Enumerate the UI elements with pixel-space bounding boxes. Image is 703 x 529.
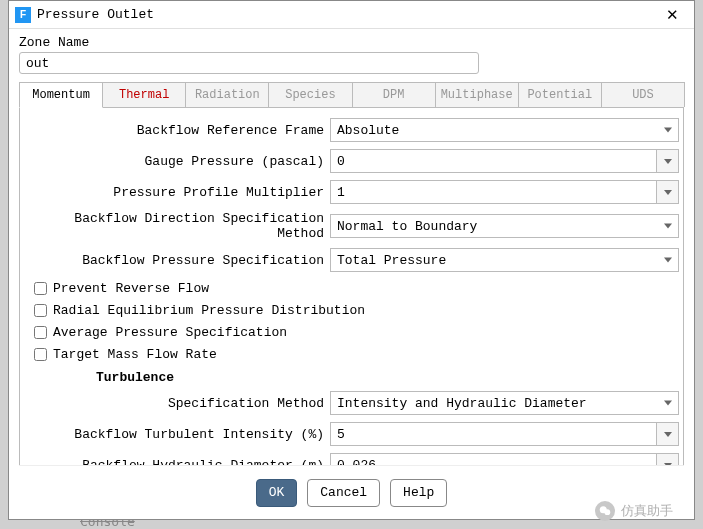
turb-spec-method-select[interactable]: Intensity and Hydraulic Diameter <box>330 391 679 415</box>
prevent-reverse-flow-checkbox[interactable] <box>34 282 47 295</box>
tabs: Momentum Thermal Radiation Species DPM M… <box>19 82 684 108</box>
target-mass-flow-checkbox[interactable] <box>34 348 47 361</box>
wechat-icon <box>595 501 615 521</box>
tab-uds[interactable]: UDS <box>601 82 685 107</box>
hydraulic-diameter-options-button[interactable] <box>657 453 679 465</box>
backflow-ref-frame-label: Backflow Reference Frame <box>24 123 330 138</box>
chevron-down-icon <box>664 128 672 133</box>
direction-spec-label: Backflow Direction Specification Method <box>24 211 330 241</box>
tab-species[interactable]: Species <box>268 82 352 107</box>
watermark: 仿真助手 <box>595 501 673 521</box>
average-pressure-label: Average Pressure Specification <box>53 325 287 340</box>
close-button[interactable]: ✕ <box>656 4 688 26</box>
chevron-down-icon <box>664 190 672 195</box>
turb-spec-method-label: Specification Method <box>24 396 330 411</box>
titlebar: F Pressure Outlet ✕ <box>9 1 694 29</box>
hydraulic-diameter-label: Backflow Hydraulic Diameter (m) <box>24 458 330 466</box>
app-icon: F <box>15 7 31 23</box>
help-button[interactable]: Help <box>390 479 447 507</box>
hydraulic-diameter-input[interactable] <box>330 453 657 465</box>
direction-spec-select[interactable]: Normal to Boundary <box>330 214 679 238</box>
chevron-down-icon <box>664 258 672 263</box>
momentum-panel: Backflow Reference Frame Absolute Gauge … <box>19 108 684 465</box>
gauge-pressure-options-button[interactable] <box>657 149 679 173</box>
tab-potential[interactable]: Potential <box>518 82 602 107</box>
prevent-reverse-flow-label: Prevent Reverse Flow <box>53 281 209 296</box>
turb-intensity-input[interactable] <box>330 422 657 446</box>
chevron-down-icon <box>664 401 672 406</box>
tab-momentum[interactable]: Momentum <box>19 82 103 108</box>
backflow-ref-frame-value: Absolute <box>337 123 399 138</box>
cancel-button[interactable]: Cancel <box>307 479 380 507</box>
tab-dpm[interactable]: DPM <box>352 82 436 107</box>
dialog-footer: OK Cancel Help <box>19 465 684 519</box>
turbulence-header: Turbulence <box>96 370 679 385</box>
pressure-spec-label: Backflow Pressure Specification <box>24 253 330 268</box>
turb-spec-method-value: Intensity and Hydraulic Diameter <box>337 396 587 411</box>
gauge-pressure-input[interactable] <box>330 149 657 173</box>
zone-name-input[interactable] <box>19 52 479 74</box>
zone-name-label: Zone Name <box>19 35 684 50</box>
profile-multiplier-options-button[interactable] <box>657 180 679 204</box>
profile-multiplier-input[interactable] <box>330 180 657 204</box>
average-pressure-checkbox[interactable] <box>34 326 47 339</box>
direction-spec-value: Normal to Boundary <box>337 219 477 234</box>
ok-button[interactable]: OK <box>256 479 298 507</box>
pressure-spec-value: Total Pressure <box>337 253 446 268</box>
chevron-down-icon <box>664 432 672 437</box>
tab-thermal[interactable]: Thermal <box>102 82 186 107</box>
svg-point-1 <box>604 509 610 515</box>
profile-multiplier-label: Pressure Profile Multiplier <box>24 185 330 200</box>
watermark-text: 仿真助手 <box>621 502 673 520</box>
backflow-ref-frame-select[interactable]: Absolute <box>330 118 679 142</box>
tab-radiation[interactable]: Radiation <box>185 82 269 107</box>
radial-equilibrium-checkbox[interactable] <box>34 304 47 317</box>
radial-equilibrium-label: Radial Equilibrium Pressure Distribution <box>53 303 365 318</box>
dialog-title: Pressure Outlet <box>37 7 656 22</box>
dialog-content: Zone Name Momentum Thermal Radiation Spe… <box>9 29 694 519</box>
chevron-down-icon <box>664 159 672 164</box>
gauge-pressure-label: Gauge Pressure (pascal) <box>24 154 330 169</box>
pressure-spec-select[interactable]: Total Pressure <box>330 248 679 272</box>
turb-intensity-label: Backflow Turbulent Intensity (%) <box>24 427 330 442</box>
target-mass-flow-label: Target Mass Flow Rate <box>53 347 217 362</box>
pressure-outlet-dialog: F Pressure Outlet ✕ Zone Name Momentum T… <box>8 0 695 520</box>
chevron-down-icon <box>664 224 672 229</box>
turb-intensity-options-button[interactable] <box>657 422 679 446</box>
tab-multiphase[interactable]: Multiphase <box>435 82 519 107</box>
